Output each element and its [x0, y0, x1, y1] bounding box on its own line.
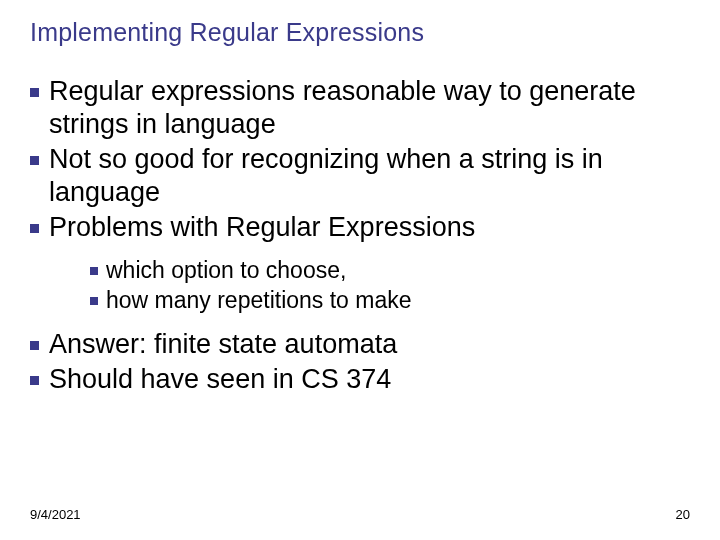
- bullet-icon: [90, 267, 98, 275]
- bullet-text: Problems with Regular Expressions: [49, 211, 702, 244]
- bullet-icon: [30, 156, 39, 165]
- bullet-text: Should have seen in CS 374: [49, 363, 702, 396]
- slide-content: Regular expressions reasonable way to ge…: [30, 75, 702, 396]
- list-item: Answer: finite state automata: [30, 328, 702, 361]
- footer-page-number: 20: [676, 507, 690, 522]
- bullet-icon: [30, 88, 39, 97]
- list-item: Not so good for recognizing when a strin…: [30, 143, 702, 209]
- list-item-sub: which option to choose,: [30, 256, 702, 284]
- list-item: Problems with Regular Expressions: [30, 211, 702, 244]
- bullet-text: Regular expressions reasonable way to ge…: [49, 75, 702, 141]
- bullet-text: Answer: finite state automata: [49, 328, 702, 361]
- slide-title: Implementing Regular Expressions: [30, 18, 702, 47]
- list-item: Should have seen in CS 374: [30, 363, 702, 396]
- bullet-icon: [30, 376, 39, 385]
- bullet-text: how many repetitions to make: [106, 286, 702, 314]
- list-item: Regular expressions reasonable way to ge…: [30, 75, 702, 141]
- list-item-sub: how many repetitions to make: [30, 286, 702, 314]
- bullet-icon: [30, 341, 39, 350]
- bullet-text: Not so good for recognizing when a strin…: [49, 143, 702, 209]
- slide: Implementing Regular Expressions Regular…: [0, 0, 720, 540]
- bullet-text: which option to choose,: [106, 256, 702, 284]
- bullet-icon: [90, 297, 98, 305]
- slide-footer: 9/4/2021 20: [30, 507, 690, 522]
- footer-date: 9/4/2021: [30, 507, 81, 522]
- bullet-icon: [30, 224, 39, 233]
